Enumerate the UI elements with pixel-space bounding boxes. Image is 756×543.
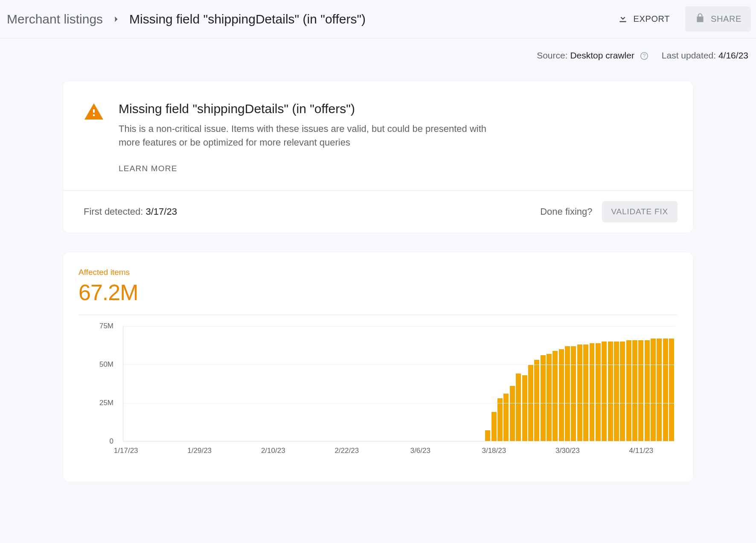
chart-bar	[577, 344, 582, 441]
y-axis: 025M50M75M	[86, 326, 113, 441]
chart-bar	[632, 340, 637, 441]
issue-title: Missing field "shippingDetails" (in "off…	[119, 102, 503, 116]
x-tick: 4/11/23	[629, 447, 654, 455]
last-updated-label: Last updated:	[662, 50, 716, 60]
chart-bar	[638, 340, 643, 441]
download-icon	[617, 12, 628, 26]
x-tick: 3/30/23	[555, 447, 580, 455]
issue-header: Missing field "shippingDetails" (in "off…	[63, 81, 693, 191]
y-tick: 0	[86, 437, 113, 446]
grid-line	[123, 365, 675, 365]
chart-title: Affected items	[79, 268, 677, 277]
breadcrumb-bar: Merchant listings Missing field "shippin…	[0, 0, 756, 38]
chart-bar	[547, 354, 552, 441]
done-fixing-label: Done fixing?	[540, 206, 592, 217]
validate-fix-button: VALIDATE FIX	[602, 201, 677, 222]
export-button[interactable]: EXPORT	[608, 6, 679, 32]
chart-bar	[626, 340, 631, 441]
chart-card: Affected items 67.2M 025M50M75M 1/17/231…	[63, 252, 693, 482]
divider	[79, 315, 677, 315]
x-tick: 1/17/23	[114, 447, 138, 455]
chart-bar	[522, 375, 527, 441]
chart-bar	[596, 343, 601, 441]
chart-bar	[602, 342, 607, 441]
x-tick: 3/18/23	[482, 447, 506, 455]
x-tick: 1/29/23	[187, 447, 212, 455]
chart-bar	[516, 374, 521, 441]
chevron-right-icon	[112, 15, 120, 23]
warning-icon	[84, 102, 104, 173]
x-tick: 2/22/23	[334, 447, 359, 455]
source-field: Source: Desktop crawler ?	[537, 50, 649, 61]
x-axis: 1/17/231/29/232/10/232/22/233/6/233/18/2…	[123, 441, 675, 458]
chart-bar	[491, 412, 497, 441]
chart-bar	[663, 339, 668, 441]
chart-bar	[541, 355, 546, 441]
help-icon[interactable]: ?	[640, 51, 649, 61]
chart-bar	[583, 344, 588, 441]
meta-row: Source: Desktop crawler ? Last updated: …	[0, 38, 756, 61]
y-tick: 25M	[86, 399, 113, 407]
chart-bar	[620, 342, 625, 441]
last-updated-field: Last updated: 4/16/23	[662, 50, 748, 61]
first-detected: First detected: 3/17/23	[84, 206, 177, 217]
chart-bar	[669, 339, 674, 441]
chart-plot	[123, 326, 675, 441]
chart-bar	[590, 343, 595, 441]
first-detected-label: First detected:	[84, 206, 143, 217]
chart-area: 025M50M75M 1/17/231/29/232/10/232/22/233…	[86, 326, 675, 458]
learn-more-link[interactable]: LEARN MORE	[119, 164, 503, 173]
chart-bar	[608, 342, 613, 441]
chart-bar	[651, 339, 656, 441]
source-value: Desktop crawler	[570, 50, 634, 60]
chart-bar	[510, 386, 515, 441]
grid-line	[123, 403, 675, 403]
chart-bar	[657, 339, 662, 441]
issue-description: This is a non-critical issue. Items with…	[119, 122, 503, 149]
first-detected-value: 3/17/23	[146, 206, 177, 217]
share-button: SHARE	[685, 6, 751, 32]
chart-bar	[645, 340, 650, 441]
chart-bar	[571, 346, 576, 441]
breadcrumb-root[interactable]: Merchant listings	[7, 12, 103, 26]
svg-text:?: ?	[643, 53, 646, 59]
share-label: SHARE	[711, 14, 741, 24]
chart-bar	[614, 342, 619, 441]
chart-bar	[534, 360, 539, 441]
source-label: Source:	[537, 50, 567, 60]
issue-footer: First detected: 3/17/23 Done fixing? VAL…	[63, 191, 693, 233]
chart-bar	[559, 349, 564, 441]
chart-big-number: 67.2M	[79, 280, 677, 305]
y-tick: 75M	[86, 322, 113, 330]
chart-bar	[485, 430, 490, 441]
chart-bar	[503, 394, 509, 441]
last-updated-value: 4/16/23	[718, 50, 748, 60]
lock-icon	[695, 12, 706, 26]
x-tick: 2/10/23	[261, 447, 285, 455]
export-label: EXPORT	[634, 14, 670, 24]
grid-line	[123, 326, 675, 327]
y-tick: 50M	[86, 360, 113, 369]
chart-bar	[497, 398, 503, 441]
chart-bar	[565, 346, 570, 441]
x-tick: 3/6/23	[410, 447, 430, 455]
chart-bars	[123, 326, 675, 441]
breadcrumb-current: Missing field "shippingDetails" (in "off…	[129, 12, 366, 26]
issue-card: Missing field "shippingDetails" (in "off…	[63, 81, 693, 233]
